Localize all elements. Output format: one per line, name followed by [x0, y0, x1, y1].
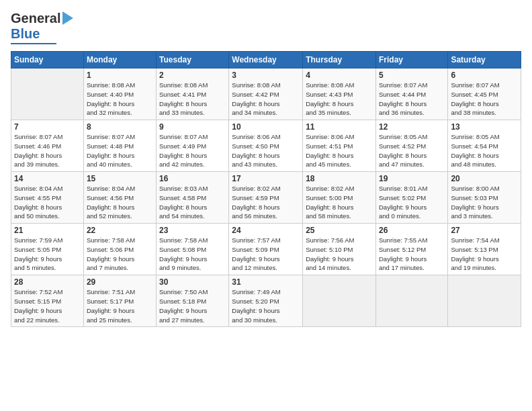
- day-number: 22: [87, 226, 153, 235]
- day-number: 8: [87, 122, 153, 132]
- day-number: 12: [379, 122, 445, 132]
- day-number: 24: [232, 226, 300, 235]
- day-number: 18: [306, 174, 373, 183]
- calendar-cell: [375, 275, 447, 327]
- calendar-table: SundayMondayTuesdayWednesdayThursdayFrid…: [11, 51, 521, 327]
- day-info: Sunrise: 7:57 AM Sunset: 5:09 PM Dayligh…: [232, 236, 300, 273]
- calendar-cell: 10Sunrise: 8:06 AM Sunset: 4:50 PM Dayli…: [229, 120, 303, 172]
- calendar-cell: 20Sunrise: 8:00 AM Sunset: 5:03 PM Dayli…: [448, 172, 521, 224]
- calendar-cell: 12Sunrise: 8:05 AM Sunset: 4:52 PM Dayli…: [375, 120, 447, 172]
- logo-blue: Blue: [11, 26, 40, 42]
- calendar-cell: 19Sunrise: 8:01 AM Sunset: 5:02 PM Dayli…: [375, 172, 447, 224]
- week-row-4: 28Sunrise: 7:52 AM Sunset: 5:15 PM Dayli…: [11, 275, 521, 327]
- day-number: 17: [232, 174, 300, 183]
- day-number: 30: [159, 277, 226, 287]
- calendar-cell: 9Sunrise: 8:07 AM Sunset: 4:49 PM Daylig…: [157, 120, 229, 172]
- day-number: 19: [379, 174, 445, 183]
- day-number: 23: [159, 226, 226, 235]
- day-header-saturday: Saturday: [448, 52, 521, 68]
- header: General Blue: [11, 11, 521, 44]
- calendar-cell: 29Sunrise: 7:51 AM Sunset: 5:17 PM Dayli…: [83, 275, 156, 327]
- day-number: 14: [14, 174, 81, 183]
- day-info: Sunrise: 8:04 AM Sunset: 4:56 PM Dayligh…: [87, 184, 153, 221]
- day-info: Sunrise: 7:58 AM Sunset: 5:08 PM Dayligh…: [159, 236, 226, 273]
- day-info: Sunrise: 7:59 AM Sunset: 5:05 PM Dayligh…: [14, 236, 81, 273]
- day-info: Sunrise: 8:08 AM Sunset: 4:40 PM Dayligh…: [87, 81, 153, 118]
- calendar-cell: 14Sunrise: 8:04 AM Sunset: 4:55 PM Dayli…: [11, 172, 84, 224]
- calendar-cell: 2Sunrise: 8:08 AM Sunset: 4:41 PM Daylig…: [157, 68, 229, 120]
- calendar-cell: 13Sunrise: 8:05 AM Sunset: 4:54 PM Dayli…: [448, 120, 521, 172]
- day-number: 9: [159, 122, 226, 132]
- logo-underline: [11, 43, 56, 44]
- calendar-cell: 26Sunrise: 7:55 AM Sunset: 5:12 PM Dayli…: [375, 224, 447, 275]
- logo-arrow-icon: [62, 11, 73, 25]
- day-info: Sunrise: 8:08 AM Sunset: 4:43 PM Dayligh…: [306, 81, 373, 118]
- calendar-cell: 23Sunrise: 7:58 AM Sunset: 5:08 PM Dayli…: [157, 224, 229, 275]
- calendar-cell: 4Sunrise: 8:08 AM Sunset: 4:43 PM Daylig…: [303, 68, 376, 120]
- calendar-cell: 8Sunrise: 8:07 AM Sunset: 4:48 PM Daylig…: [83, 120, 156, 172]
- day-number: 25: [306, 226, 373, 235]
- calendar-cell: 16Sunrise: 8:03 AM Sunset: 4:58 PM Dayli…: [157, 172, 229, 224]
- day-header-wednesday: Wednesday: [229, 52, 303, 68]
- calendar-cell: 5Sunrise: 8:07 AM Sunset: 4:44 PM Daylig…: [375, 68, 447, 120]
- day-header-tuesday: Tuesday: [157, 52, 229, 68]
- day-number: 21: [14, 226, 81, 235]
- logo-general: General: [11, 11, 60, 26]
- day-info: Sunrise: 8:06 AM Sunset: 4:50 PM Dayligh…: [232, 132, 300, 169]
- day-info: Sunrise: 8:07 AM Sunset: 4:44 PM Dayligh…: [379, 81, 445, 118]
- day-number: 26: [379, 226, 445, 235]
- day-info: Sunrise: 7:49 AM Sunset: 5:20 PM Dayligh…: [232, 287, 300, 324]
- day-info: Sunrise: 8:02 AM Sunset: 4:59 PM Dayligh…: [232, 184, 300, 221]
- day-number: 16: [159, 174, 226, 183]
- calendar-cell: [11, 68, 84, 120]
- day-info: Sunrise: 8:04 AM Sunset: 4:55 PM Dayligh…: [14, 184, 81, 221]
- day-info: Sunrise: 8:07 AM Sunset: 4:46 PM Dayligh…: [14, 132, 81, 169]
- day-info: Sunrise: 7:58 AM Sunset: 5:06 PM Dayligh…: [87, 236, 153, 273]
- calendar-cell: 15Sunrise: 8:04 AM Sunset: 4:56 PM Dayli…: [83, 172, 156, 224]
- week-row-0: 1Sunrise: 8:08 AM Sunset: 4:40 PM Daylig…: [11, 68, 521, 120]
- day-number: 27: [451, 226, 518, 235]
- day-info: Sunrise: 8:01 AM Sunset: 5:02 PM Dayligh…: [379, 184, 445, 221]
- day-info: Sunrise: 7:55 AM Sunset: 5:12 PM Dayligh…: [379, 236, 445, 273]
- day-number: 13: [451, 122, 518, 132]
- day-number: 20: [451, 174, 518, 183]
- day-number: 15: [87, 174, 153, 183]
- day-number: 11: [306, 122, 373, 132]
- logo: General Blue: [11, 11, 73, 44]
- day-info: Sunrise: 8:03 AM Sunset: 4:58 PM Dayligh…: [159, 184, 226, 221]
- day-info: Sunrise: 8:07 AM Sunset: 4:48 PM Dayligh…: [87, 132, 153, 169]
- day-header-sunday: Sunday: [11, 52, 84, 68]
- calendar-cell: 30Sunrise: 7:50 AM Sunset: 5:18 PM Dayli…: [157, 275, 229, 327]
- day-info: Sunrise: 8:06 AM Sunset: 4:51 PM Dayligh…: [306, 132, 373, 169]
- week-row-1: 7Sunrise: 8:07 AM Sunset: 4:46 PM Daylig…: [11, 120, 521, 172]
- calendar-cell: 1Sunrise: 8:08 AM Sunset: 4:40 PM Daylig…: [83, 68, 156, 120]
- calendar-cell: [303, 275, 376, 327]
- header-row: SundayMondayTuesdayWednesdayThursdayFrid…: [11, 52, 521, 68]
- day-header-thursday: Thursday: [303, 52, 376, 68]
- day-info: Sunrise: 7:56 AM Sunset: 5:10 PM Dayligh…: [306, 236, 373, 273]
- day-header-friday: Friday: [375, 52, 447, 68]
- day-info: Sunrise: 8:05 AM Sunset: 4:54 PM Dayligh…: [451, 132, 518, 169]
- calendar-cell: 7Sunrise: 8:07 AM Sunset: 4:46 PM Daylig…: [11, 120, 84, 172]
- calendar-cell: 18Sunrise: 8:02 AM Sunset: 5:00 PM Dayli…: [303, 172, 376, 224]
- calendar-cell: 21Sunrise: 7:59 AM Sunset: 5:05 PM Dayli…: [11, 224, 84, 275]
- day-info: Sunrise: 7:51 AM Sunset: 5:17 PM Dayligh…: [87, 287, 153, 324]
- day-info: Sunrise: 8:00 AM Sunset: 5:03 PM Dayligh…: [451, 184, 518, 221]
- calendar-cell: 11Sunrise: 8:06 AM Sunset: 4:51 PM Dayli…: [303, 120, 376, 172]
- calendar-cell: 31Sunrise: 7:49 AM Sunset: 5:20 PM Dayli…: [229, 275, 303, 327]
- day-number: 4: [306, 71, 373, 80]
- calendar-cell: 28Sunrise: 7:52 AM Sunset: 5:15 PM Dayli…: [11, 275, 84, 327]
- day-number: 1: [87, 71, 153, 80]
- day-number: 28: [14, 277, 81, 287]
- calendar-cell: 6Sunrise: 8:07 AM Sunset: 4:45 PM Daylig…: [448, 68, 521, 120]
- day-number: 2: [159, 71, 226, 80]
- calendar-cell: 3Sunrise: 8:08 AM Sunset: 4:42 PM Daylig…: [229, 68, 303, 120]
- day-info: Sunrise: 8:08 AM Sunset: 4:41 PM Dayligh…: [159, 81, 226, 118]
- week-row-2: 14Sunrise: 8:04 AM Sunset: 4:55 PM Dayli…: [11, 172, 521, 224]
- day-header-monday: Monday: [83, 52, 156, 68]
- day-info: Sunrise: 7:52 AM Sunset: 5:15 PM Dayligh…: [14, 287, 81, 324]
- calendar-cell: 27Sunrise: 7:54 AM Sunset: 5:13 PM Dayli…: [448, 224, 521, 275]
- day-info: Sunrise: 7:50 AM Sunset: 5:18 PM Dayligh…: [159, 287, 226, 324]
- day-info: Sunrise: 8:07 AM Sunset: 4:45 PM Dayligh…: [451, 81, 518, 118]
- day-number: 5: [379, 71, 445, 80]
